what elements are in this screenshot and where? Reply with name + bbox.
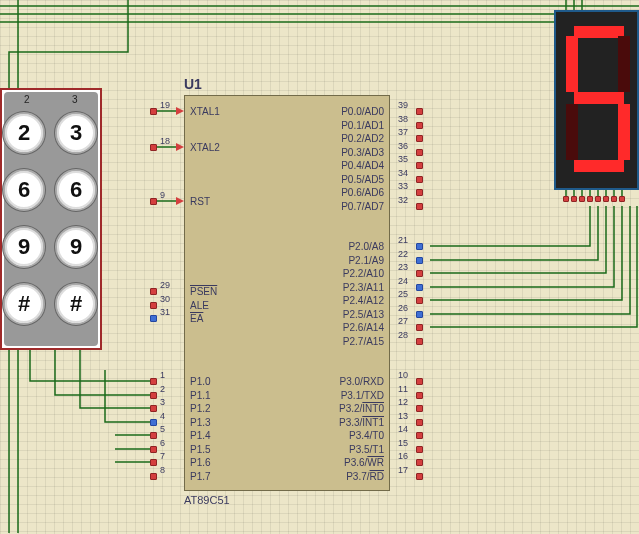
- pin-label-P1-1: P1.1: [190, 390, 211, 401]
- pin-num-11: 11: [398, 384, 408, 394]
- pin-pad-13[interactable]: [416, 419, 423, 426]
- pin-pad-27[interactable]: [416, 324, 423, 331]
- pin-label-P1-6: P1.6: [190, 457, 211, 468]
- pin-num-34: 34: [398, 168, 408, 178]
- pin-label-P1-5: P1.5: [190, 444, 211, 455]
- keypad-key-2[interactable]: 2: [3, 112, 45, 154]
- pin-num-12: 12: [398, 397, 408, 407]
- keypad-key-9[interactable]: 9: [55, 226, 97, 268]
- keypad-key-#[interactable]: #: [55, 283, 97, 325]
- seven-seg-pin-2[interactable]: [571, 196, 577, 202]
- pin-pad-12[interactable]: [416, 405, 423, 412]
- pin-pad-29[interactable]: [150, 288, 157, 295]
- pin-pad-22[interactable]: [416, 257, 423, 264]
- pin-pad-5[interactable]: [150, 432, 157, 439]
- pin-num-7: 7: [160, 451, 165, 461]
- pin-label-P1-4: P1.4: [190, 430, 211, 441]
- pin-label-P0-5-AD5: P0.5/AD5: [341, 174, 384, 185]
- pin-pad-3[interactable]: [150, 405, 157, 412]
- keypad-key-#[interactable]: #: [3, 283, 45, 325]
- pin-num-19: 19: [160, 100, 170, 110]
- pin-num-24: 24: [398, 276, 408, 286]
- pin-label-XTAL1: XTAL1: [190, 106, 220, 117]
- pin-pad-18[interactable]: [150, 144, 157, 151]
- pin-num-14: 14: [398, 424, 408, 434]
- pin-pad-14[interactable]: [416, 432, 423, 439]
- seven-seg-pin-8[interactable]: [619, 196, 625, 202]
- pin-num-18: 18: [160, 136, 170, 146]
- keypad-key-3[interactable]: 3: [55, 112, 97, 154]
- pin-num-3: 3: [160, 397, 165, 407]
- seven-seg-pin-4[interactable]: [587, 196, 593, 202]
- pin-pad-9[interactable]: [150, 198, 157, 205]
- pin-pad-38[interactable]: [416, 122, 423, 129]
- pin-pad-24[interactable]: [416, 284, 423, 291]
- pin-pad-25[interactable]: [416, 297, 423, 304]
- pin-pad-16[interactable]: [416, 459, 423, 466]
- pin-label-P0-7-AD7: P0.7/AD7: [341, 201, 384, 212]
- pin-label-P2-7-A15: P2.7/A15: [343, 336, 384, 347]
- pin-label-P3-7-RD: P3.7/RD: [346, 471, 384, 482]
- pin-pad-30[interactable]: [150, 302, 157, 309]
- seven-seg-pin-3[interactable]: [579, 196, 585, 202]
- pin-label-P2-0-A8: P2.0/A8: [348, 241, 384, 252]
- seven-seg-pin-1[interactable]: [563, 196, 569, 202]
- seg-e: [566, 104, 578, 160]
- pin-pad-15[interactable]: [416, 446, 423, 453]
- pin-label-P0-1-AD1: P0.1/AD1: [341, 120, 384, 131]
- pin-pad-21[interactable]: [416, 243, 423, 250]
- pin-pad-31[interactable]: [150, 315, 157, 322]
- seven-seg-pin-5[interactable]: [595, 196, 601, 202]
- pin-pad-2[interactable]: [150, 392, 157, 399]
- pin-num-10: 10: [398, 370, 408, 380]
- pin-label-P0-4-AD4: P0.4/AD4: [341, 160, 384, 171]
- pin-pad-28[interactable]: [416, 338, 423, 345]
- pin-pad-33[interactable]: [416, 189, 423, 196]
- svg-marker-1: [176, 143, 184, 151]
- seven-seg-display: [554, 10, 639, 190]
- pin-pad-37[interactable]: [416, 135, 423, 142]
- keypad-key-6[interactable]: 6: [55, 169, 97, 211]
- pin-num-37: 37: [398, 127, 408, 137]
- pin-label-P2-6-A14: P2.6/A14: [343, 322, 384, 333]
- pin-label-P1-2: P1.2: [190, 403, 211, 414]
- pin-pad-23[interactable]: [416, 270, 423, 277]
- keypad-key-9[interactable]: 9: [3, 226, 45, 268]
- pin-pad-17[interactable]: [416, 473, 423, 480]
- svg-marker-0: [176, 107, 184, 115]
- pin-label-P1-0: P1.0: [190, 376, 211, 387]
- pin-num-22: 22: [398, 249, 408, 259]
- pin-pad-36[interactable]: [416, 149, 423, 156]
- seven-seg-pin-7[interactable]: [611, 196, 617, 202]
- pin-label-P3-4-T0: P3.4/T0: [349, 430, 384, 441]
- pin-num-15: 15: [398, 438, 408, 448]
- pin-pad-32[interactable]: [416, 203, 423, 210]
- pin-num-26: 26: [398, 303, 408, 313]
- keypad-col-header-2: 2: [24, 94, 30, 105]
- pin-pad-4[interactable]: [150, 419, 157, 426]
- svg-marker-2: [176, 197, 184, 205]
- keypad-key-6[interactable]: 6: [3, 169, 45, 211]
- pin-pad-7[interactable]: [150, 459, 157, 466]
- pin-pad-10[interactable]: [416, 378, 423, 385]
- pin-num-2: 2: [160, 384, 165, 394]
- pin-pad-26[interactable]: [416, 311, 423, 318]
- pin-label-P2-1-A9: P2.1/A9: [348, 255, 384, 266]
- pin-pad-34[interactable]: [416, 176, 423, 183]
- pin-label-P1-7: P1.7: [190, 471, 211, 482]
- pin-pad-1[interactable]: [150, 378, 157, 385]
- pin-pad-35[interactable]: [416, 162, 423, 169]
- keypad-col-header-3: 3: [72, 94, 78, 105]
- pin-pad-6[interactable]: [150, 446, 157, 453]
- seven-seg-pin-6[interactable]: [603, 196, 609, 202]
- pin-pad-8[interactable]: [150, 473, 157, 480]
- pin-num-4: 4: [160, 411, 165, 421]
- pin-label-P2-2-A10: P2.2/A10: [343, 268, 384, 279]
- pin-pad-39[interactable]: [416, 108, 423, 115]
- pin-label-P3-2-INT0: P3.2/INT0: [339, 403, 384, 414]
- pin-num-1: 1: [160, 370, 165, 380]
- pin-pad-11[interactable]: [416, 392, 423, 399]
- pin-label-ALE: ALE: [190, 300, 209, 311]
- pin-pad-19[interactable]: [150, 108, 157, 115]
- pin-label-P2-5-A13: P2.5/A13: [343, 309, 384, 320]
